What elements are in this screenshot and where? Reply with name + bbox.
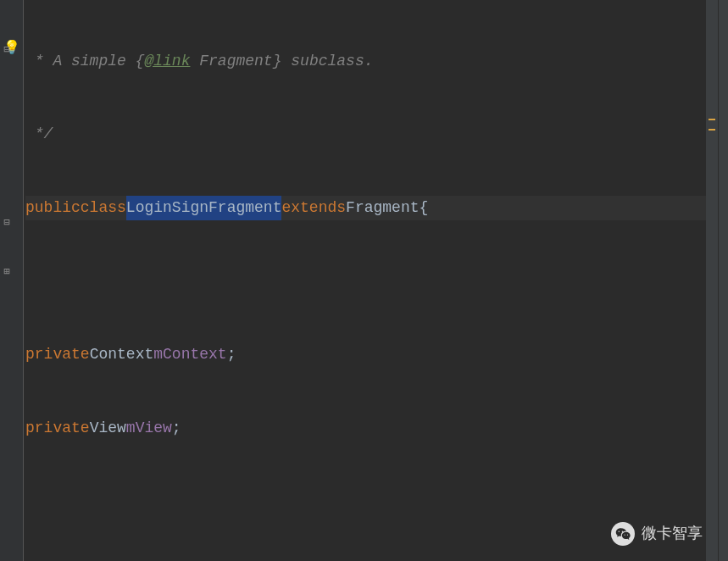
minimap-warning-mark[interactable] bbox=[709, 129, 715, 131]
minimap-warning-mark[interactable] bbox=[709, 119, 715, 120]
fold-icon[interactable]: ⊟ bbox=[0, 42, 15, 59]
code-line: private Context mContext; bbox=[25, 342, 706, 367]
watermark: 微卡智享 bbox=[611, 521, 703, 546]
vertical-scrollbar[interactable] bbox=[718, 0, 728, 561]
fold-icon[interactable]: ⊟ bbox=[0, 215, 15, 232]
expand-icon[interactable]: ⊞ bbox=[0, 264, 15, 281]
code-line bbox=[25, 269, 706, 293]
code-line: * A simple {@link Fragment} subclass. bbox=[25, 49, 706, 74]
code-editor[interactable]: * A simple {@link Fragment} subclass. */… bbox=[24, 0, 706, 561]
wechat-icon bbox=[611, 522, 635, 546]
code-line: public class LoginSignFragment extends F… bbox=[25, 196, 706, 220]
code-line: */ bbox=[25, 122, 706, 147]
watermark-text: 微卡智享 bbox=[642, 521, 703, 546]
minimap[interactable] bbox=[706, 0, 718, 561]
editor-gutter[interactable]: 💡 ⊟ ⊟ ⊞ bbox=[0, 0, 24, 561]
code-line: private View mView; bbox=[25, 416, 706, 441]
code-line bbox=[25, 489, 706, 514]
